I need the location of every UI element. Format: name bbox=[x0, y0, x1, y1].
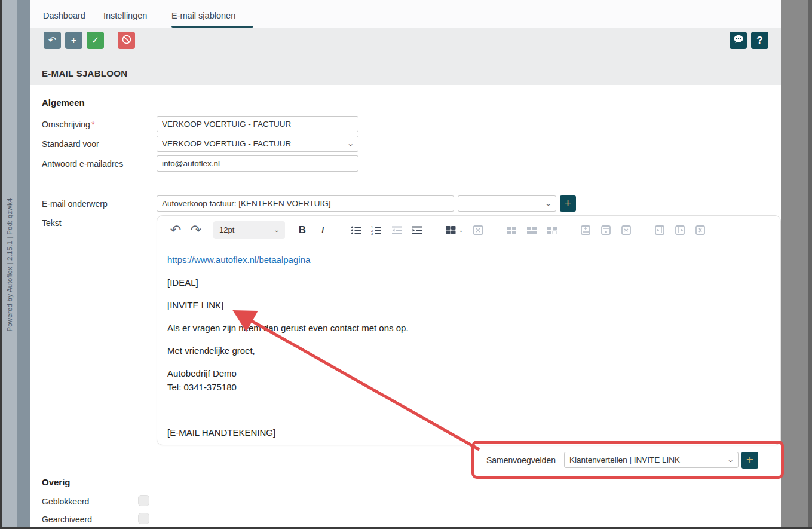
delete-row-icon bbox=[616, 221, 636, 240]
phone-line: Tel: 0341-375180 bbox=[167, 382, 237, 392]
delete-table-icon bbox=[468, 221, 488, 240]
insert-table-icon[interactable]: ⌄ bbox=[440, 221, 468, 240]
insert-row-below-icon bbox=[596, 221, 616, 240]
label-email-onderwerp: E-mail onderwerp bbox=[42, 199, 108, 209]
chevron-down-icon: ⌄ bbox=[459, 227, 464, 233]
question-mark-icon: ? bbox=[756, 35, 762, 47]
save-button[interactable]: ✓ bbox=[87, 32, 104, 49]
standaard-voor-select[interactable]: VERKOOP VOERTUIG - FACTUUR ⌄ bbox=[157, 136, 358, 152]
powered-by-banner: Powered by Autoflex | 2.15.1 | Pod: qzwk… bbox=[2, 0, 17, 529]
chevron-down-icon: ⌄ bbox=[347, 140, 354, 148]
body-paragraph: Met vriendelijke groet, bbox=[167, 344, 770, 357]
standaard-voor-value: VERKOOP VOERTUIG - FACTUUR bbox=[162, 139, 344, 148]
samenvoegvelden-select[interactable]: Klantenvertellen | INVITE LINK ⌄ bbox=[564, 452, 739, 468]
geblokkeerd-checkbox[interactable] bbox=[138, 495, 149, 506]
powered-by-text: Powered by Autoflex | 2.15.1 | Pod: qzwk… bbox=[6, 198, 13, 331]
cancel-button[interactable] bbox=[118, 32, 135, 49]
label-geblokkeerd: Geblokkeerd bbox=[42, 497, 89, 506]
header-band bbox=[30, 28, 781, 85]
body-paragraph-invite-link: [INVITE LINK] bbox=[167, 298, 770, 312]
insert-column-after-icon bbox=[670, 221, 690, 240]
font-size-select[interactable]: 12pt ⌄ bbox=[213, 221, 285, 239]
section-heading-overig: Overig bbox=[42, 477, 71, 487]
email-onderwerp-input[interactable] bbox=[157, 195, 454, 212]
right-background bbox=[781, 0, 812, 529]
label-antwoord-emailadres: Antwoord e-mailadres bbox=[42, 159, 123, 169]
bold-icon[interactable]: B bbox=[292, 221, 312, 240]
check-icon: ✓ bbox=[91, 35, 99, 46]
onderwerp-mergefield-select[interactable]: ⌄ bbox=[458, 195, 556, 212]
label-omschrijving-text: Omschrijving bbox=[42, 120, 90, 129]
samenvoegvelden-value: Klantenvertellen | INVITE LINK bbox=[569, 455, 724, 464]
app-window: Powered by Autoflex | 2.15.1 | Pod: qzwk… bbox=[0, 0, 812, 529]
add-button[interactable]: + bbox=[65, 32, 82, 49]
indent-icon[interactable] bbox=[407, 221, 427, 240]
body-paragraph-signature: Autobedrijf Demo Tel: 0341-375180 bbox=[167, 366, 770, 394]
label-omschrijving: Omschrijving* bbox=[42, 120, 94, 129]
chevron-down-icon: ⌄ bbox=[273, 227, 280, 233]
samenvoegvelden-add-button[interactable]: + bbox=[741, 452, 758, 469]
scrollbar-track[interactable] bbox=[808, 0, 812, 529]
feedback-button[interactable] bbox=[730, 32, 747, 49]
block-icon bbox=[121, 34, 132, 47]
help-button[interactable]: ? bbox=[751, 32, 768, 49]
antwoord-emailadres-input[interactable] bbox=[157, 155, 358, 172]
row-properties-icon bbox=[522, 221, 542, 240]
body-paragraph: Als er vragen zijn neem dan gerust even … bbox=[167, 321, 770, 335]
tab-email-sjablonen[interactable]: E-mail sjablonen bbox=[171, 11, 235, 20]
label-tekst: Tekst bbox=[42, 218, 62, 228]
onderwerp-mergefield-add-button[interactable]: + bbox=[560, 195, 576, 212]
betaalpagina-link[interactable]: https://www.autoflex.nl/betaalpagina bbox=[167, 255, 310, 265]
tab-instellingen[interactable]: Instellingen bbox=[103, 11, 147, 20]
cell-properties-icon bbox=[501, 221, 522, 240]
redo-icon[interactable]: ↷ bbox=[186, 221, 206, 240]
editor-toolbar: ↶ ↷ 12pt ⌄ B I 123 ⌄ bbox=[157, 216, 780, 244]
back-icon: ↶ bbox=[48, 35, 56, 46]
plus-icon: + bbox=[71, 35, 76, 46]
italic-icon[interactable]: I bbox=[312, 221, 333, 240]
page-gutter bbox=[17, 0, 30, 529]
chevron-down-icon: ⌄ bbox=[727, 456, 734, 464]
richtext-editor: ↶ ↷ 12pt ⌄ B I 123 ⌄ bbox=[157, 215, 781, 445]
gearchiveerd-checkbox[interactable] bbox=[138, 513, 149, 524]
body-paragraph: [IDEAL] bbox=[167, 276, 770, 289]
editor-body[interactable]: https://www.autoflex.nl/betaalpagina [ID… bbox=[157, 244, 780, 457]
label-samenvoegvelden: Samenvoegvelden bbox=[486, 455, 556, 465]
required-asterisk: * bbox=[91, 120, 94, 129]
insert-row-above-icon bbox=[575, 221, 596, 240]
back-button[interactable]: ↶ bbox=[44, 32, 61, 49]
section-heading-algemeen: Algemeen bbox=[42, 97, 85, 108]
font-size-value: 12pt bbox=[219, 225, 234, 234]
merge-cells-icon bbox=[542, 221, 562, 240]
page-title: E-MAIL SJABLOON bbox=[42, 68, 127, 78]
undo-icon[interactable]: ↶ bbox=[166, 221, 186, 240]
outdent-icon bbox=[387, 221, 407, 240]
omschrijving-input[interactable] bbox=[157, 116, 358, 132]
body-paragraph-handtekening: [E-MAIL HANDTEKENING] bbox=[167, 426, 770, 439]
body-paragraph-empty bbox=[167, 403, 770, 417]
label-standaard-voor: Standaard voor bbox=[42, 139, 99, 149]
delete-column-icon bbox=[690, 221, 710, 240]
chat-bubble-icon bbox=[733, 35, 744, 47]
numbered-list-icon[interactable]: 123 bbox=[366, 221, 387, 240]
bullet-list-icon[interactable] bbox=[346, 221, 366, 240]
svg-text:3: 3 bbox=[371, 232, 373, 236]
company-name: Autobedrijf Demo bbox=[167, 368, 237, 378]
window-bottom-edge bbox=[0, 527, 812, 529]
label-gearchiveerd: Gearchiveerd bbox=[42, 515, 92, 524]
chevron-down-icon: ⌄ bbox=[544, 200, 552, 207]
insert-column-before-icon bbox=[649, 221, 670, 240]
tab-dashboard[interactable]: Dashboard bbox=[43, 11, 85, 20]
